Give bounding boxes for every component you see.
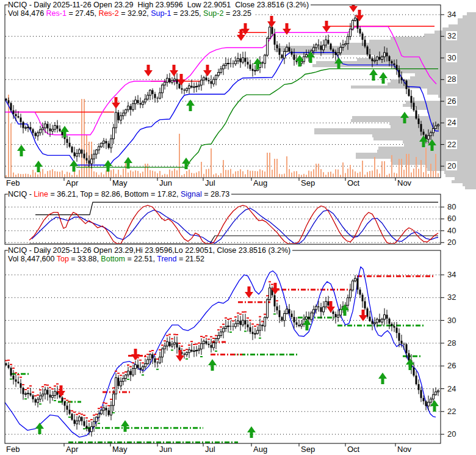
buy-arrow-icon xyxy=(253,58,262,70)
buy-arrow-icon xyxy=(35,423,44,434)
sell-arrow-icon xyxy=(112,97,120,109)
osc-signal-line xyxy=(32,208,438,244)
sell-arrow-icon xyxy=(57,385,65,397)
candles-top xyxy=(5,15,439,168)
buy-arrow-icon xyxy=(70,160,78,172)
buy-arrow-icon xyxy=(378,373,387,384)
buy-arrow-icon xyxy=(60,126,69,137)
buy-arrow-icon xyxy=(208,359,217,371)
buy-arrow-icon xyxy=(379,72,388,84)
sell-arrow-icon xyxy=(359,310,367,321)
panel-oscillator xyxy=(5,194,444,244)
sell-arrow-icon xyxy=(322,21,331,32)
chart-canvas[interactable] xyxy=(0,0,476,455)
candles-bottom xyxy=(5,275,439,437)
sell-arrow-icon xyxy=(131,349,140,360)
sell-arrow-icon xyxy=(144,65,153,76)
sell-arrow-icon xyxy=(355,10,364,21)
buy-arrow-icon xyxy=(34,161,43,172)
charting-app-window: NCIQ - Daily 2025-11-26 Open 23.29 High … xyxy=(0,0,476,455)
sell-arrow-icon xyxy=(177,74,186,86)
buy-arrow-icon xyxy=(369,69,378,81)
buy-arrow-icon xyxy=(121,420,129,432)
sell-arrow-icon xyxy=(283,23,291,35)
sell-arrow-icon xyxy=(245,286,253,298)
panel-price-trend xyxy=(5,250,444,446)
sell-arrow-icon xyxy=(349,1,358,12)
buy-arrow-icon xyxy=(104,160,112,172)
buy-arrow-icon xyxy=(186,100,195,111)
buy-arrow-icon xyxy=(17,145,26,156)
panel-price-levels xyxy=(5,1,476,189)
buy-arrow-icon xyxy=(247,426,256,438)
sell-arrow-icon xyxy=(267,16,276,27)
sell-arrow-icon xyxy=(203,65,212,76)
osc-bottom-channel xyxy=(29,236,438,244)
